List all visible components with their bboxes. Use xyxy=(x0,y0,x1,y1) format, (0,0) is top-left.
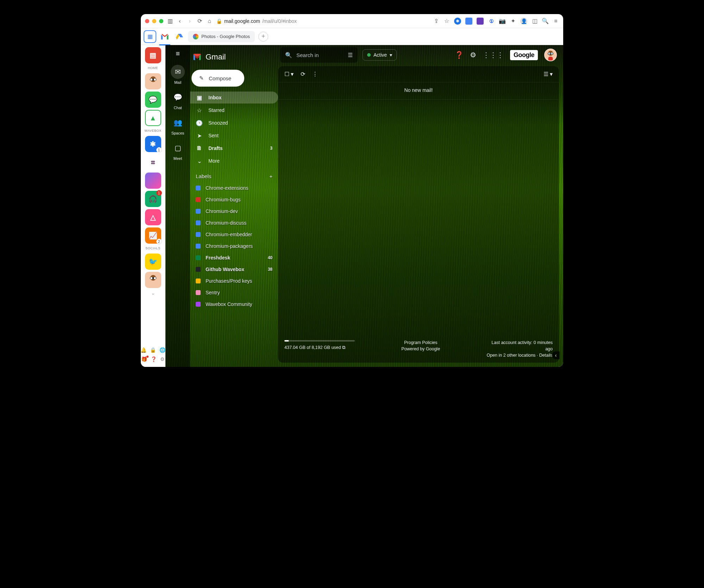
folder-starred[interactable]: ☆Starred xyxy=(190,104,278,116)
wb-todoist[interactable]: ▤ xyxy=(145,47,161,63)
mini-nav-chat[interactable]: 💬 Chat xyxy=(171,90,185,110)
settings-gear-icon[interactable]: ⚙ xyxy=(470,51,476,59)
activity-details-link[interactable]: Open in 2 other locations · Details xyxy=(486,353,553,358)
label-name: Freshdesk xyxy=(206,255,230,261)
extension-purple-icon[interactable] xyxy=(477,18,484,25)
lock-icon[interactable]: 🔒 xyxy=(150,347,156,353)
wb-analytics[interactable]: 📈2 xyxy=(145,227,161,244)
gmail-app-tab[interactable] xyxy=(158,30,171,43)
drive-app-tab[interactable] xyxy=(173,30,186,43)
wb-badge: 1 xyxy=(156,147,162,153)
address-bar[interactable]: 🔒 mail.google.com/mail/u/0/#inbox xyxy=(216,18,429,24)
folder-sent[interactable]: ➤Sent xyxy=(190,130,278,142)
add-label-button[interactable]: + xyxy=(269,173,272,179)
extension-1password-icon[interactable]: ① xyxy=(488,18,495,25)
program-policies-link[interactable]: Program Policies xyxy=(401,340,440,345)
folder-drafts[interactable]: 🗎Drafts3 xyxy=(190,142,278,154)
mini-nav-spaces[interactable]: 👥 Spaces xyxy=(171,115,185,135)
chevron-down-icon[interactable]: ⌄ xyxy=(151,290,155,296)
account-avatar[interactable] xyxy=(544,49,557,61)
folder-more[interactable]: ⌄More xyxy=(190,155,278,167)
overflow-menu-icon[interactable]: ≡ xyxy=(553,18,559,24)
nav-forward-button[interactable]: › xyxy=(187,18,193,24)
wb-freshdesk[interactable]: 🎧1 xyxy=(145,191,161,207)
nav-back-button[interactable]: ‹ xyxy=(177,18,183,24)
wb-avatar-2[interactable] xyxy=(145,272,161,288)
compose-button[interactable]: ✎ Compose xyxy=(191,70,244,87)
extensions-puzzle-icon[interactable]: ✦ xyxy=(510,18,516,24)
label-wavebox-community[interactable]: Wavebox Community xyxy=(190,298,278,310)
bell-icon[interactable]: 🔔 xyxy=(141,347,146,353)
density-toggle-button[interactable]: ☰ ▾ xyxy=(543,71,553,77)
browser-tab-photos[interactable]: Photos - Google Photos xyxy=(188,31,255,42)
settings-gear-icon[interactable]: ⚙ xyxy=(160,356,165,362)
label-sentry[interactable]: Sentry xyxy=(190,287,278,298)
label-chromium-bugs[interactable]: Chromium-bugs xyxy=(190,194,278,205)
folder-snoozed[interactable]: 🕒Snoozed xyxy=(190,117,278,129)
mini-nav-mail[interactable]: ✉ Mail xyxy=(171,65,185,85)
label-chromium-packagers[interactable]: Chromium-packagers xyxy=(190,240,278,252)
refresh-button[interactable]: ⟳ xyxy=(301,71,305,77)
help-icon[interactable]: ❓ xyxy=(151,356,157,362)
search-box[interactable]: 🔍 ☰ xyxy=(280,47,358,63)
more-actions-button[interactable]: ⋮ xyxy=(312,71,318,77)
panel-toggle-icon[interactable]: ◫ xyxy=(532,18,538,24)
google-workspace-chip[interactable]: Google xyxy=(510,50,538,60)
avatar-icon xyxy=(545,49,556,61)
extension-blue-icon[interactable] xyxy=(465,18,472,25)
gift-icon[interactable]: 🎁 xyxy=(141,356,147,362)
search-icon[interactable]: 🔍 xyxy=(542,18,548,24)
hamburger-menu-button[interactable]: ≡ xyxy=(174,49,182,58)
extension-wavebox-icon[interactable]: ✱ xyxy=(454,18,461,25)
wb-messages[interactable]: 💬 xyxy=(145,92,161,108)
label-chromium-embedder[interactable]: Chromium-embedder xyxy=(190,229,278,240)
label-chromium-discuss[interactable]: Chromium-discuss xyxy=(190,217,278,229)
minimize-window-button[interactable] xyxy=(152,19,156,23)
grid-apps-button[interactable]: ▦ xyxy=(144,30,156,43)
label-count: 38 xyxy=(268,267,272,272)
maximize-window-button[interactable] xyxy=(159,19,163,23)
search-options-icon[interactable]: ☰ xyxy=(348,52,353,58)
globe-icon[interactable]: 🌐 xyxy=(159,347,165,353)
gmail-brand: Gmail xyxy=(206,52,226,62)
label-github-wavebox[interactable]: Github Wavebox38 xyxy=(190,263,278,275)
label-chromium-dev[interactable]: Chromium-dev xyxy=(190,205,278,217)
photos-favicon-icon xyxy=(193,34,199,39)
apps-grid-icon[interactable]: ⋮⋮⋮ xyxy=(483,51,504,59)
gmail-sidebar: Gmail ✎ Compose ▣Inbox ☆Starred 🕒Snoozed… xyxy=(190,45,278,367)
bookmark-star-icon[interactable]: ☆ xyxy=(444,18,450,24)
status-chip[interactable]: Active ▾ xyxy=(363,49,397,61)
storage-text: 437.04 GB of 8,192 GB used xyxy=(284,345,341,350)
wb-wavebox-app[interactable]: ✱1 xyxy=(145,136,161,152)
sidebar-toggle-icon[interactable]: ▥ xyxy=(167,18,173,24)
wb-clickup[interactable] xyxy=(145,173,161,189)
new-tab-button[interactable]: + xyxy=(258,32,268,42)
chat-icon: 💬 xyxy=(171,90,185,104)
profile-icon[interactable]: 👤 xyxy=(520,18,527,25)
wb-section-wavebox: WAVEBOX xyxy=(144,129,161,132)
lock-icon: 🔒 xyxy=(216,18,222,24)
folder-inbox[interactable]: ▣Inbox xyxy=(190,92,278,104)
close-window-button[interactable] xyxy=(145,19,149,23)
wb-sentry[interactable]: △ xyxy=(145,209,161,225)
mini-nav-meet[interactable]: ▢ Meet xyxy=(171,141,185,161)
reload-button[interactable]: ⟳ xyxy=(196,18,203,24)
share-icon[interactable]: ⇪ xyxy=(433,18,439,24)
label-freshdesk[interactable]: Freshdesk40 xyxy=(190,252,278,263)
wb-twitter[interactable]: 🐦 xyxy=(145,254,161,270)
side-panel-toggle[interactable]: ‹ xyxy=(552,351,560,359)
label-color-icon xyxy=(196,302,201,307)
open-external-icon[interactable]: ⧉ xyxy=(342,345,345,350)
search-input[interactable] xyxy=(296,52,344,58)
camera-icon[interactable]: 📷 xyxy=(499,18,505,24)
folder-list: ▣Inbox ☆Starred 🕒Snoozed ➤Sent 🗎Drafts3 … xyxy=(190,92,278,167)
label-purchases-prod-keys[interactable]: Purchases/Prod keys xyxy=(190,275,278,287)
support-icon[interactable]: ❓ xyxy=(455,51,464,59)
label-chrome-extensions[interactable]: Chrome-extensions xyxy=(190,182,278,194)
home-button[interactable]: ⌂ xyxy=(206,18,213,24)
select-all-checkbox[interactable]: ☐ ▾ xyxy=(284,71,294,77)
wb-feedly[interactable]: ▲ xyxy=(145,110,161,126)
wb-slack[interactable]: ⌗ xyxy=(145,154,161,170)
activity-line: Last account activity: 0 minutes xyxy=(486,340,553,345)
wb-avatar-1[interactable] xyxy=(145,73,161,89)
